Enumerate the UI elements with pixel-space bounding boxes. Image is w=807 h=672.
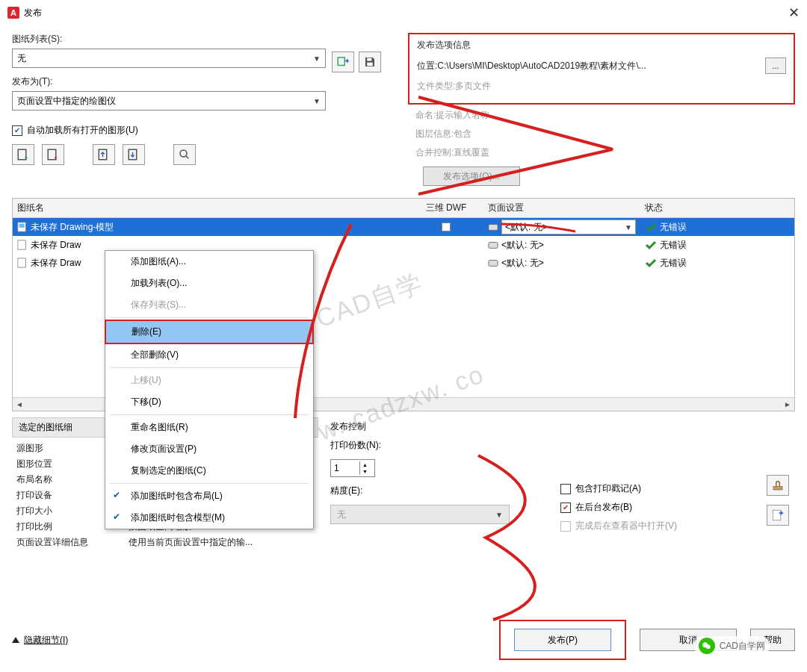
add-sheet-button[interactable]: + bbox=[12, 144, 34, 165]
spin-up-icon[interactable]: ▲ bbox=[360, 461, 370, 468]
move-up-button[interactable] bbox=[93, 144, 115, 165]
preview-button[interactable] bbox=[173, 144, 196, 165]
pub-control-header: 发布控制 bbox=[330, 417, 795, 436]
scroll-right-icon[interactable]: ► bbox=[781, 399, 794, 411]
svg-rect-13 bbox=[18, 240, 26, 249]
menu-include-model[interactable]: ✔添加图纸时包含模型(M) bbox=[105, 507, 313, 529]
remove-sheet-button[interactable]: × bbox=[42, 144, 64, 165]
context-menu: 添加图纸(A)... 加载列表(O)... 保存列表(S)... 删除(E) 全… bbox=[105, 250, 314, 529]
browse-button[interactable]: ... bbox=[765, 57, 786, 74]
chevron-down-icon: ▼ bbox=[313, 97, 321, 105]
menu-delete[interactable]: 删除(E) bbox=[106, 321, 312, 343]
background-checkbox[interactable]: ✔ bbox=[560, 503, 571, 513]
publish-button[interactable]: 发布(P) bbox=[514, 629, 611, 651]
location-label: 位置: bbox=[417, 60, 437, 72]
th-dwf[interactable]: 三维 DWF bbox=[409, 199, 483, 217]
sheet-list-dropdown[interactable]: 无 ▼ bbox=[12, 49, 326, 68]
svg-rect-2 bbox=[367, 63, 373, 66]
svg-rect-18 bbox=[773, 510, 781, 520]
publish-options-button[interactable]: 发布选项(O)... bbox=[423, 167, 520, 186]
location-value: C:\Users\MI\Desktop\AutoCAD2019教程\素材文件\.… bbox=[437, 60, 646, 72]
svg-rect-15 bbox=[18, 258, 26, 267]
svg-point-20 bbox=[705, 644, 710, 649]
svg-text:+: + bbox=[25, 155, 28, 162]
save-button[interactable] bbox=[359, 52, 381, 72]
svg-rect-12 bbox=[489, 225, 498, 231]
svg-text:×: × bbox=[54, 155, 58, 162]
sheet-list-label: 图纸列表(S): bbox=[12, 33, 393, 46]
info-header: 发布选项信息 bbox=[417, 39, 471, 52]
naming-value: 提示输入名称 bbox=[436, 109, 489, 122]
hide-details-toggle[interactable]: 隐藏细节(I) bbox=[12, 634, 68, 647]
filetype-label: 文件类型: bbox=[417, 80, 455, 93]
sheet-list-value: 无 bbox=[17, 52, 26, 65]
row-status: 无错误 bbox=[660, 239, 687, 252]
sheet-toolbar: + × bbox=[12, 144, 393, 165]
publish-as-dropdown[interactable]: 页面设置中指定的绘图仪 ▼ bbox=[12, 91, 326, 111]
publish-options-info: 发布选项信息 位置: C:\Users\MI\Desktop\AutoCAD20… bbox=[408, 33, 795, 105]
include-stamp-label: 包含打印戳记(A) bbox=[575, 482, 641, 495]
copies-input[interactable] bbox=[331, 463, 359, 473]
publish-as-value: 页面设置中指定的绘图仪 bbox=[17, 95, 116, 108]
table-row[interactable]: 未保存 Drawing-模型 <默认: 无>▼ 无错误 bbox=[13, 218, 794, 236]
wechat-icon bbox=[699, 638, 715, 654]
filetype-value: 多页文件 bbox=[455, 80, 491, 93]
svg-rect-1 bbox=[367, 58, 371, 61]
copies-label: 打印份数(N): bbox=[330, 439, 381, 452]
th-name[interactable]: 图纸名 bbox=[13, 199, 409, 217]
row-status: 无错误 bbox=[660, 257, 687, 270]
svg-rect-0 bbox=[338, 57, 344, 66]
merge-value: 直线覆盖 bbox=[454, 146, 489, 159]
th-pagesetup[interactable]: 页面设置 bbox=[483, 199, 640, 217]
menu-delete-all[interactable]: 全部删除(V) bbox=[105, 344, 313, 366]
naming-label: 命名: bbox=[415, 109, 436, 122]
autoload-label: 自动加载所有打开的图形(U) bbox=[27, 124, 138, 137]
open-viewer-label: 完成后在查看器中打开(V) bbox=[575, 520, 677, 532]
svg-rect-11 bbox=[19, 224, 25, 228]
row-status: 无错误 bbox=[660, 221, 687, 234]
app-logo: A bbox=[7, 7, 19, 19]
precision-dropdown: 无▼ bbox=[330, 505, 510, 524]
row-pagesetup: <默认: 无> bbox=[501, 239, 544, 252]
close-icon[interactable]: ✕ bbox=[788, 4, 800, 21]
th-status[interactable]: 状态 bbox=[640, 199, 794, 217]
svg-rect-17 bbox=[773, 487, 782, 491]
chevron-down-icon: ▼ bbox=[313, 55, 321, 63]
dwf-checkbox[interactable] bbox=[442, 223, 451, 231]
include-stamp-checkbox[interactable] bbox=[560, 484, 571, 494]
row-name: 未保存 Draw bbox=[31, 257, 81, 270]
background-settings-button[interactable] bbox=[767, 505, 789, 526]
layer-label: 图层信息: bbox=[415, 128, 454, 140]
pagesetup-dropdown[interactable]: <默认: 无>▼ bbox=[501, 220, 636, 234]
stamp-settings-button[interactable] bbox=[767, 475, 789, 496]
move-down-button[interactable] bbox=[123, 144, 145, 165]
menu-move-down[interactable]: 下移(D) bbox=[105, 391, 313, 413]
merge-label: 合并控制: bbox=[415, 146, 454, 159]
menu-move-up: 上移(U) bbox=[105, 370, 313, 391]
row-name: 未保存 Draw bbox=[31, 239, 81, 252]
triangle-up-icon bbox=[12, 637, 19, 643]
scroll-left-icon[interactable]: ◄ bbox=[13, 399, 26, 411]
titlebar: A 发布 ✕ bbox=[0, 0, 807, 25]
svg-rect-16 bbox=[489, 261, 498, 267]
spin-down-icon[interactable]: ▼ bbox=[360, 468, 370, 475]
wechat-badge: CAD自学网 bbox=[694, 636, 770, 656]
menu-add-sheet[interactable]: 添加图纸(A)... bbox=[105, 251, 313, 273]
menu-rename[interactable]: 重命名图纸(R) bbox=[105, 417, 313, 438]
row-pagesetup: <默认: 无> bbox=[501, 257, 544, 270]
autoload-checkbox[interactable]: ✔ bbox=[12, 125, 22, 136]
menu-change-pagesetup[interactable]: 修改页面设置(P) bbox=[105, 438, 313, 460]
menu-include-layout[interactable]: ✔添加图纸时包含布局(L) bbox=[105, 485, 313, 507]
open-viewer-checkbox bbox=[560, 521, 571, 532]
publish-as-label: 发布为(T): bbox=[12, 75, 393, 88]
precision-label: 精度(E): bbox=[330, 485, 362, 497]
layer-value: 包含 bbox=[454, 128, 471, 140]
import-button[interactable] bbox=[332, 52, 354, 72]
window-title: 发布 bbox=[24, 7, 42, 19]
svg-rect-14 bbox=[489, 243, 498, 249]
detail-pageinfo-label: 页面设置详细信息 bbox=[16, 536, 129, 549]
menu-copy-selected[interactable]: 复制选定的图纸(C) bbox=[105, 460, 313, 482]
menu-load-list[interactable]: 加载列表(O)... bbox=[105, 273, 313, 294]
menu-save-list: 保存列表(S)... bbox=[105, 294, 313, 316]
copies-spinner[interactable]: ▲▼ bbox=[330, 459, 375, 477]
